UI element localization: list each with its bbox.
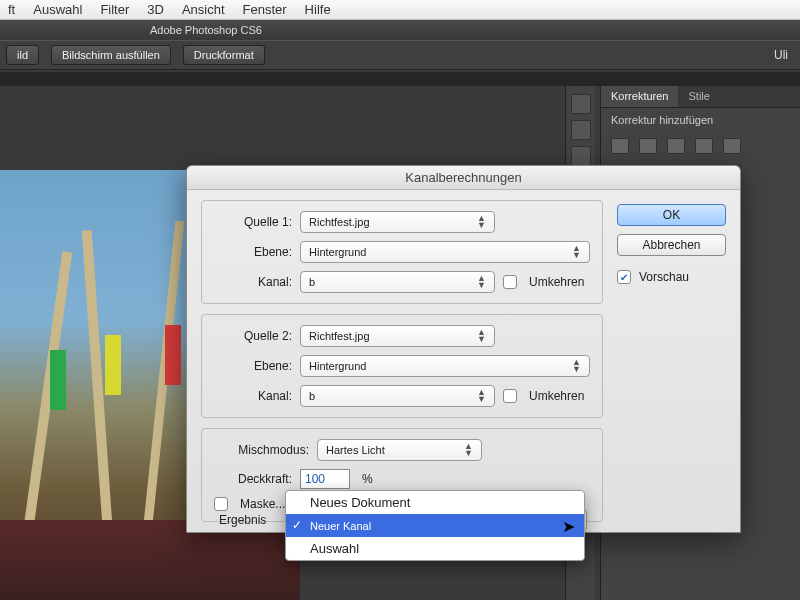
invert1-label: Umkehren [529,275,584,289]
result-label: Ergebnis [219,513,266,527]
app-title: Adobe Photoshop CS6 [150,24,262,36]
layer1-select[interactable]: Hintergrund ▲▼ [300,241,590,263]
tab-styles[interactable]: Stile [678,86,719,107]
ok-button[interactable]: OK [617,204,726,226]
calculations-dialog: Kanalberechnungen Quelle 1: Richtfest.jp… [186,165,741,533]
updown-icon: ▲▼ [477,329,486,343]
curves-icon[interactable] [667,138,685,154]
preview-label: Vorschau [639,270,689,284]
blending-select[interactable]: Hartes Licht ▲▼ [317,439,482,461]
mask-checkbox[interactable] [214,497,228,511]
panel-icon[interactable] [571,120,591,140]
document-tab-bar [0,72,800,86]
source1-value: Richtfest.jpg [309,216,370,228]
macos-menubar[interactable]: ft Auswahl Filter 3D Ansicht Fenster Hil… [0,0,800,20]
blending-value: Hartes Licht [326,444,385,456]
levels-icon[interactable] [639,138,657,154]
cancel-button[interactable]: Abbrechen [617,234,726,256]
dialog-title: Kanalberechnungen [187,166,740,190]
channel2-value: b [309,390,315,402]
updown-icon: ▲▼ [477,275,486,289]
menu-item[interactable]: Fenster [243,2,287,17]
toolbar-button-print-size[interactable]: Druckformat [183,45,265,65]
channel1-value: b [309,276,315,288]
source1-label: Quelle 1: [214,215,292,229]
source2-select[interactable]: Richtfest.jpg ▲▼ [300,325,495,347]
invert2-checkbox[interactable] [503,389,517,403]
menu-item[interactable]: Ansicht [182,2,225,17]
blending-label: Mischmodus: [214,443,309,457]
menu-item[interactable]: 3D [147,2,164,17]
opacity-label: Deckkraft: [214,472,292,486]
image-content [105,335,121,395]
channel1-label: Kanal: [214,275,292,289]
exposure-icon[interactable] [695,138,713,154]
menu-item[interactable]: Hilfe [305,2,331,17]
panel-tabs: Korrekturen Stile [601,86,800,108]
panel-icon[interactable] [571,146,591,166]
source2-label: Quelle 2: [214,329,292,343]
updown-icon: ▲▼ [572,359,581,373]
user-label: Uli [774,48,794,62]
dropdown-item-label: Neuer Kanal [310,520,371,532]
tab-adjustments[interactable]: Korrekturen [601,86,678,107]
brightness-icon[interactable] [611,138,629,154]
updown-icon: ▲▼ [572,245,581,259]
channel1-select[interactable]: b ▲▼ [300,271,495,293]
channel2-label: Kanal: [214,389,292,403]
invert1-checkbox[interactable] [503,275,517,289]
updown-icon: ▲▼ [464,443,473,457]
source1-select[interactable]: Richtfest.jpg ▲▼ [300,211,495,233]
toolbar-button-bild[interactable]: ild [6,45,39,65]
image-content [165,325,181,385]
check-icon: ✓ [292,518,302,532]
channel2-select[interactable]: b ▲▼ [300,385,495,407]
dropdown-item-new-channel[interactable]: ✓ Neuer Kanal [286,514,584,537]
menu-item[interactable]: ft [8,2,15,17]
adjustment-icons-row [601,132,800,160]
image-content [50,350,66,410]
layer1-label: Ebene: [214,245,292,259]
result-dropdown[interactable]: Neues Dokument ✓ Neuer Kanal Auswahl [285,490,585,561]
menu-item[interactable]: Auswahl [33,2,82,17]
panel-subtitle: Korrektur hinzufügen [601,108,800,132]
menu-item[interactable]: Filter [100,2,129,17]
preview-checkbox[interactable]: ✔ [617,270,631,284]
opacity-suffix: % [362,472,373,486]
mask-label: Maske... [240,497,285,511]
layer2-select[interactable]: Hintergrund ▲▼ [300,355,590,377]
source2-group: Quelle 2: Richtfest.jpg ▲▼ Ebene: Hinter… [201,314,603,418]
invert2-label: Umkehren [529,389,584,403]
toolbar-button-fit-screen[interactable]: Bildschirm ausfüllen [51,45,171,65]
app-titlebar: Adobe Photoshop CS6 [0,20,800,40]
panel-icon[interactable] [571,94,591,114]
dropdown-item-selection[interactable]: Auswahl [286,537,584,560]
updown-icon: ▲▼ [477,215,486,229]
opacity-input[interactable] [300,469,350,489]
dropdown-item-new-document[interactable]: Neues Dokument [286,491,584,514]
layer1-value: Hintergrund [309,246,366,258]
layer2-value: Hintergrund [309,360,366,372]
source2-value: Richtfest.jpg [309,330,370,342]
updown-icon: ▲▼ [477,389,486,403]
source1-group: Quelle 1: Richtfest.jpg ▲▼ Ebene: Hinter… [201,200,603,304]
layer2-label: Ebene: [214,359,292,373]
vibrance-icon[interactable] [723,138,741,154]
options-bar: ild Bildschirm ausfüllen Druckformat Uli [0,40,800,70]
